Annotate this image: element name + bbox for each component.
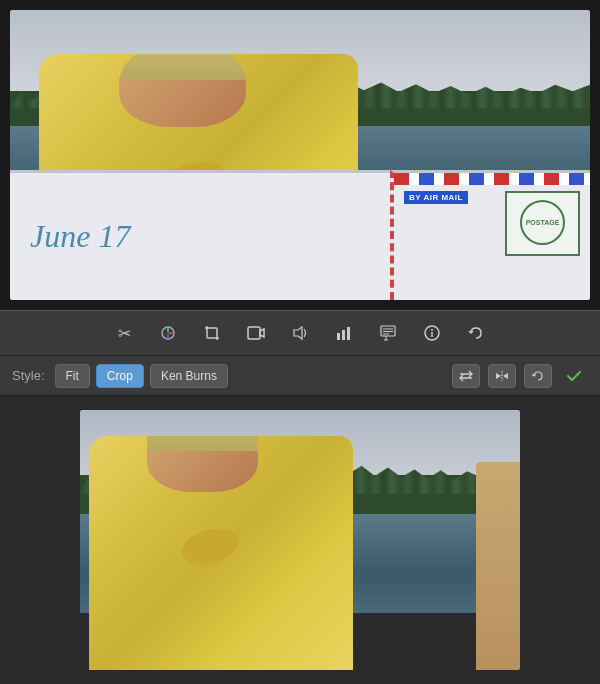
style-bar: Style: Fit Crop Ken Burns xyxy=(0,356,600,396)
style-right-controls xyxy=(452,364,588,388)
stamp-circle: POSTAGE xyxy=(520,200,565,245)
air-mail-label: BY AIR MAIL xyxy=(404,191,468,204)
swap-button[interactable] xyxy=(452,364,480,388)
fit-button[interactable]: Fit xyxy=(55,364,90,388)
color-icon[interactable] xyxy=(154,319,182,347)
style-label: Style: xyxy=(12,368,45,383)
postcard-left: June 17 xyxy=(10,170,390,301)
flip-button[interactable] xyxy=(488,364,516,388)
confirm-button[interactable] xyxy=(560,364,588,388)
svg-rect-9 xyxy=(347,327,350,340)
bottom-life-jacket-bow xyxy=(178,523,243,570)
bottom-photo xyxy=(80,410,520,670)
top-photo: June 17 BY AIR MAIL POSTAGE xyxy=(10,10,590,300)
airmail-stripe xyxy=(394,173,590,185)
svg-rect-8 xyxy=(342,330,345,340)
crop-tool-icon[interactable] xyxy=(198,319,226,347)
postcard-right: BY AIR MAIL POSTAGE xyxy=(390,170,590,301)
svg-rect-1 xyxy=(207,328,217,338)
bottom-right-figure xyxy=(476,462,520,670)
ken-burns-button[interactable]: Ken Burns xyxy=(150,364,228,388)
text-overlay-icon[interactable] xyxy=(374,319,402,347)
clip-icon[interactable]: ✂ xyxy=(110,319,138,347)
svg-rect-7 xyxy=(337,333,340,340)
bottom-boy-figure xyxy=(89,436,353,670)
crop-button[interactable]: Crop xyxy=(96,364,144,388)
chart-icon[interactable] xyxy=(330,319,358,347)
stamp-text: POSTAGE xyxy=(526,219,560,226)
undo-top-icon[interactable] xyxy=(462,319,490,347)
svg-point-17 xyxy=(431,329,433,331)
boy-hair xyxy=(119,54,247,81)
svg-rect-6 xyxy=(248,327,260,339)
postcard-date: June 17 xyxy=(30,218,130,255)
audio-icon[interactable] xyxy=(286,319,314,347)
info-icon[interactable] xyxy=(418,319,446,347)
bottom-preview-area xyxy=(0,396,600,684)
bottom-boy-hair xyxy=(147,436,258,451)
toolbar: ✂ xyxy=(0,310,600,356)
boy-head xyxy=(119,54,247,128)
stamp-area: POSTAGE xyxy=(505,191,580,256)
top-preview-area: June 17 BY AIR MAIL POSTAGE xyxy=(0,0,600,310)
top-image: June 17 BY AIR MAIL POSTAGE xyxy=(0,0,600,310)
video-icon[interactable] xyxy=(242,319,270,347)
postcard-overlay: June 17 BY AIR MAIL POSTAGE xyxy=(10,170,590,301)
bottom-boy-head xyxy=(147,436,258,492)
undo-style-button[interactable] xyxy=(524,364,552,388)
